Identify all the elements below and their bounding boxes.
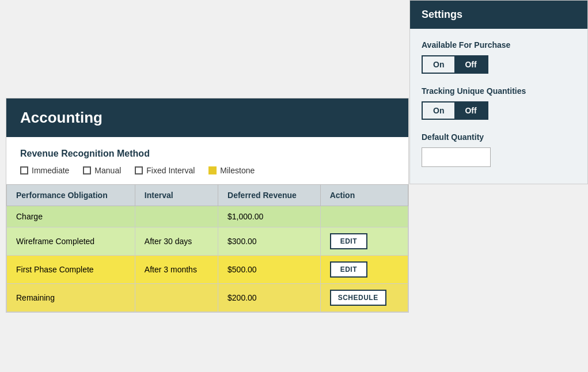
option-fixed-interval[interactable]: Fixed Interval [135, 166, 195, 175]
col-header-deferred: Deferred Revenue [218, 185, 321, 206]
obligation-cell: Wireframe Completed [7, 227, 135, 256]
table-row: Remaining $200.00 SCHEDULE [7, 284, 408, 312]
option-milestone-label: Milestone [220, 166, 255, 175]
interval-cell [135, 284, 218, 312]
action-cell: EDIT [320, 227, 408, 256]
action-cell [320, 206, 408, 227]
revenue-section: Revenue Recognition Method Immediate Man… [6, 137, 408, 175]
edit-button-first-phase[interactable]: EDIT [330, 261, 367, 278]
col-header-interval: Interval [135, 185, 218, 206]
option-manual-label: Manual [94, 166, 121, 175]
table-row: First Phase Complete After 3 months $500… [7, 256, 408, 284]
checkbox-manual[interactable] [83, 166, 91, 174]
available-for-purchase-off-button[interactable]: Off [454, 56, 487, 73]
settings-body: Available For Purchase On Off Tracking U… [410, 29, 587, 179]
table-row: Charge $1,000.00 [7, 206, 408, 227]
deferred-cell: $1,000.00 [218, 206, 321, 227]
action-cell: EDIT [320, 256, 408, 284]
accounting-header: Accounting [6, 98, 408, 137]
table-row: Wireframe Completed After 30 days $300.0… [7, 227, 408, 256]
interval-cell: After 30 days [135, 227, 218, 256]
option-immediate-label: Immediate [32, 166, 69, 175]
col-header-action: Action [320, 185, 408, 206]
default-quantity-label: Default Quantity [422, 132, 576, 142]
deferred-cell: $500.00 [218, 256, 321, 284]
checkbox-fixed-interval[interactable] [135, 166, 143, 174]
available-for-purchase-toggle[interactable]: On Off [422, 55, 488, 74]
tracking-unique-quantities-label: Tracking Unique Quantities [422, 86, 576, 96]
settings-header: Settings [410, 1, 587, 29]
action-cell: SCHEDULE [320, 284, 408, 312]
option-manual[interactable]: Manual [83, 166, 121, 175]
revenue-recognition-title: Revenue Recognition Method [20, 149, 394, 159]
settings-panel: Settings Available For Purchase On Off T… [409, 0, 588, 184]
tracking-on-button[interactable]: On [423, 103, 454, 119]
main-panel: Accounting Revenue Recognition Method Im… [6, 98, 409, 313]
schedule-button-remaining[interactable]: SCHEDULE [330, 290, 386, 306]
interval-cell [135, 206, 218, 227]
tracking-off-button[interactable]: Off [454, 103, 487, 119]
deferred-cell: $300.00 [218, 227, 321, 256]
obligation-cell: First Phase Complete [7, 256, 135, 284]
obligation-cell: Remaining [7, 284, 135, 312]
checkbox-immediate[interactable] [20, 166, 28, 174]
interval-cell: After 3 months [135, 256, 218, 284]
table-header-row: Performance Obligation Interval Deferred… [7, 185, 408, 206]
col-header-obligation: Performance Obligation [7, 185, 135, 206]
edit-button-wireframe[interactable]: EDIT [330, 233, 367, 249]
obligation-cell: Charge [7, 206, 135, 227]
option-fixed-interval-label: Fixed Interval [146, 166, 195, 175]
tracking-unique-quantities-toggle[interactable]: On Off [422, 101, 488, 120]
option-milestone[interactable]: Milestone [208, 166, 255, 175]
option-immediate[interactable]: Immediate [20, 166, 69, 175]
settings-title: Settings [422, 9, 576, 21]
default-quantity-input[interactable] [422, 147, 491, 167]
accounting-title: Accounting [20, 109, 394, 127]
checkbox-milestone[interactable] [208, 166, 217, 174]
revenue-method-options: Immediate Manual Fixed Interval Mileston… [20, 166, 394, 175]
deferred-cell: $200.00 [218, 284, 321, 312]
available-for-purchase-on-button[interactable]: On [423, 56, 454, 73]
obligations-table: Performance Obligation Interval Deferred… [6, 184, 408, 312]
table-wrapper: Performance Obligation Interval Deferred… [6, 184, 408, 312]
available-for-purchase-label: Available For Purchase [422, 40, 576, 50]
